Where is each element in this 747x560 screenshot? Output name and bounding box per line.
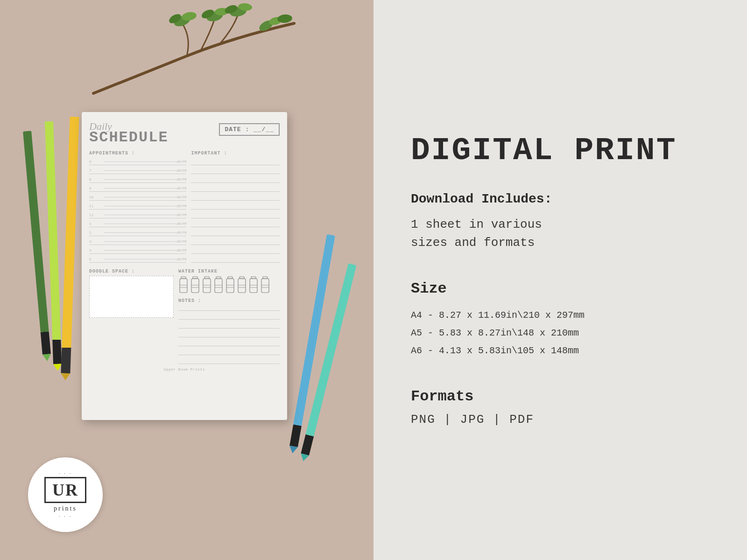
water-bottles xyxy=(178,276,280,294)
appt-line-7: 12AM/PM xyxy=(89,212,186,218)
left-panel: Daily SCHEDULE DATE : __/__ APPOINTMENTS… xyxy=(0,0,374,560)
doodle-heading: DOODLE SPACE : xyxy=(89,269,174,274)
appt-line-2: 7AM/PM xyxy=(89,168,186,174)
svg-rect-33 xyxy=(238,279,246,293)
download-includes-heading: Download Includes: xyxy=(411,192,552,206)
appt-line-10: 3AM/PM xyxy=(89,238,186,245)
doodle-box xyxy=(89,276,174,318)
date-box: DATE : __/__ xyxy=(219,123,280,136)
appt-line-8: 1AM/PM xyxy=(89,221,186,227)
appt-line-1: 6AM/PM xyxy=(89,159,186,165)
appt-line-4: 9AM/PM xyxy=(89,185,186,192)
appt-line-5: 10AM/PM xyxy=(89,194,186,201)
water-heading: WATER INTAKE xyxy=(178,269,280,274)
logo-prints: prints xyxy=(54,505,77,512)
right-panel: DIGITAL PRINT Download Includes: 1 sheet… xyxy=(374,0,747,560)
size-a4: A4 - 8.27 x 11.69in\210 x 297mm xyxy=(411,307,585,324)
svg-rect-37 xyxy=(250,279,257,293)
size-list: A4 - 8.27 x 11.69in\210 x 297mm A5 - 5.8… xyxy=(411,307,585,360)
appt-line-9: 2AM/PM xyxy=(89,230,186,236)
digital-print-title: DIGITAL PRINT xyxy=(411,133,677,168)
appt-line-6: 11AM/PM xyxy=(89,203,186,210)
svg-rect-25 xyxy=(215,279,222,293)
notes-heading: NOTES : xyxy=(178,298,280,303)
notes-line xyxy=(178,305,280,311)
logo-ur: UR xyxy=(44,477,86,503)
formats-heading: Formats xyxy=(411,388,473,405)
download-includes-text: 1 sheet in various sizes and formats xyxy=(411,216,542,252)
svg-rect-29 xyxy=(226,279,234,293)
appt-line-3: 8AM/PM xyxy=(89,176,186,183)
svg-rect-13 xyxy=(180,279,187,293)
branch-decoration xyxy=(70,0,303,117)
schedule-paper: Daily SCHEDULE DATE : __/__ APPOINTMENTS… xyxy=(82,112,287,420)
important-heading: IMPORTANT : xyxy=(191,151,280,156)
paper-footer: Upper Room Prints xyxy=(89,368,280,371)
logo-circle: · · · UR prints · · · xyxy=(28,457,103,532)
size-a6: A6 - 4.13 x 5.83in\105 x 148mm xyxy=(411,342,585,360)
appointments-heading: APPOINTMENTS : xyxy=(89,151,186,156)
appt-line-12: 5AM/PM xyxy=(89,256,186,263)
svg-rect-41 xyxy=(261,279,269,293)
pencil-yellow xyxy=(61,117,79,373)
size-a5: A5 - 5.83 x 8.27in\148 x 210mm xyxy=(411,324,585,342)
formats-list: PNG | JPG | PDF xyxy=(411,413,534,427)
schedule-title: SCHEDULE xyxy=(89,129,169,146)
svg-rect-21 xyxy=(203,279,211,293)
size-heading: Size xyxy=(411,280,447,297)
svg-rect-17 xyxy=(191,279,199,293)
appt-line-11: 4AM/PM xyxy=(89,247,186,254)
